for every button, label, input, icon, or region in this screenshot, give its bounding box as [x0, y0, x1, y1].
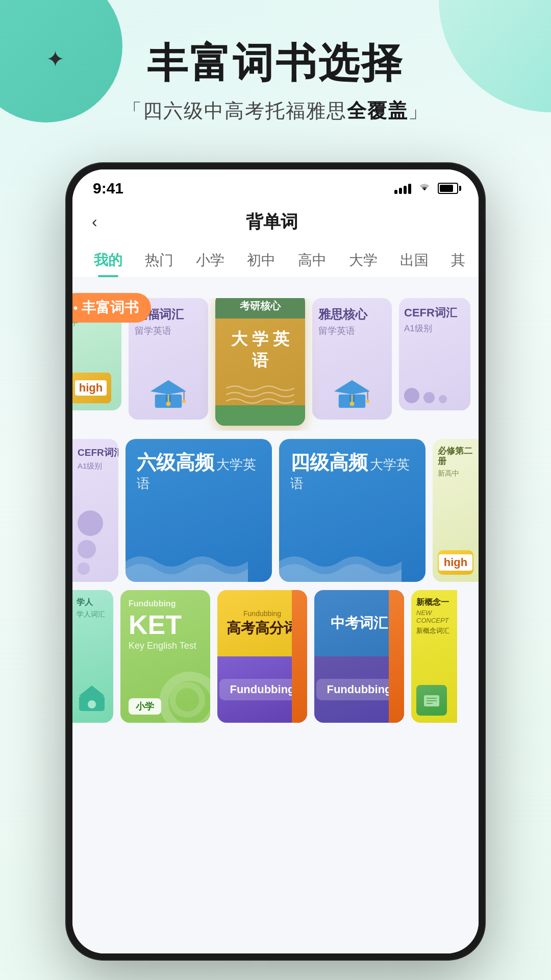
status-icons: [394, 181, 458, 195]
book-row-3-wrapper: 学人 学人词汇 Fundubbing KET: [72, 582, 479, 723]
label-bubble: 丰富词书: [72, 293, 151, 323]
gaokao-card[interactable]: Fundubbing 高考高分词 Fundubbing: [217, 590, 307, 723]
tab-primary[interactable]: 小学: [185, 243, 236, 277]
ket-brand: Fundubbing: [129, 599, 176, 608]
kaoyan-bottom-bar: [215, 405, 305, 426]
ket-decoration2: [169, 682, 205, 718]
xueren-icon: [77, 683, 109, 716]
tab-college[interactable]: 大学: [338, 243, 389, 277]
book-row-2-wrapper: CEFR词汇 A1级别 六级高频 大学英语: [72, 439, 479, 582]
gaokao-title: 高考高分词: [227, 620, 298, 637]
battery-icon: [438, 183, 458, 194]
subtitle: 「四六级中高考托福雅思全覆盖」: [0, 98, 551, 124]
ket-tag: 小学: [129, 698, 161, 715]
cefr-partial-title: CEFR词汇: [404, 305, 457, 321]
bixiu-right-title: 必修第二册: [438, 446, 473, 467]
tab-bar: 我的 热门 小学 初中 高中 大学 出国 其: [72, 243, 479, 278]
status-bar: 9:41: [72, 169, 479, 202]
siji-wave-icon: [279, 531, 402, 582]
ielts-card-title: 雅思核心: [318, 306, 386, 323]
ket-tag-label: 小学: [136, 701, 154, 712]
ket-subtitle: Key English Test: [129, 640, 202, 652]
svg-point-13: [366, 399, 369, 403]
toefl-card-subtitle: 留学英语: [135, 325, 202, 337]
xingainian-partial[interactable]: 新概念一 NEW CONCEPT 新概念词汇: [411, 590, 457, 723]
cefr-decoration: [404, 388, 447, 403]
xueren-partial[interactable]: 学人 学人词汇: [72, 590, 113, 723]
bixiu-right-subtitle: 新高中: [438, 469, 473, 478]
bixiu-right-partial[interactable]: 必修第二册 新高中 high: [433, 439, 479, 582]
gaokao-brand-top: Fundubbing: [243, 609, 281, 618]
tab-hot[interactable]: 热门: [134, 243, 185, 277]
toefl-grad-cap-icon: [145, 376, 191, 411]
high-board-right: high: [438, 550, 473, 575]
gaokao-stripe: [292, 590, 307, 723]
label-bubble-text: 丰富词书: [82, 298, 139, 317]
cefr-partial-subtitle: A1级别: [404, 323, 432, 334]
ielts-card[interactable]: 雅思核心 留学英语: [312, 298, 392, 420]
status-time: 9:41: [93, 180, 123, 197]
subtitle-prefix: 「四六级中高考托福雅思: [122, 100, 347, 121]
xingainian-icon: [416, 685, 447, 716]
siji-title: 四级高频: [290, 452, 368, 473]
cefr-left-partial[interactable]: CEFR词汇 A1级别: [72, 439, 118, 582]
tab-more[interactable]: 其: [440, 243, 477, 277]
phone-content: 修第二册 中 high 托福词汇 留学英语: [72, 278, 479, 953]
svg-point-4: [166, 402, 171, 406]
zhongkao-brand-label: Fundubbing: [327, 683, 391, 696]
header-section: 丰富词书选择 「四六级中高考托福雅思全覆盖」: [0, 41, 551, 124]
svg-marker-15: [79, 685, 105, 696]
blackboard-icon: high: [72, 373, 111, 403]
xueren-title: 学人: [77, 597, 109, 608]
phone-screen: 9:41: [72, 169, 479, 953]
liuji-title: 六级高频: [137, 452, 214, 473]
tab-abroad[interactable]: 出国: [389, 243, 440, 277]
subtitle-suffix: 」: [408, 100, 429, 121]
kaoyan-top-label: 考研核心: [240, 299, 281, 313]
kaoyan-top-bar: 考研核心: [215, 298, 305, 318]
tab-my[interactable]: 我的: [83, 243, 134, 277]
tab-middle[interactable]: 初中: [236, 243, 287, 277]
kaoyan-main-title: 大 学 英 语: [223, 329, 297, 371]
nav-bar: ‹ 背单词: [72, 202, 479, 243]
kaoyan-card[interactable]: 考研核心 大 学 英 语: [215, 298, 305, 426]
svg-point-6: [182, 399, 186, 403]
main-title: 丰富词书选择: [0, 41, 551, 86]
siji-card[interactable]: 四级高频 大学英语: [279, 439, 425, 582]
svg-point-11: [350, 402, 355, 406]
cefr-left-subtitle: A1级别: [78, 461, 113, 471]
xingainian-title: 新概念一: [416, 597, 452, 608]
ket-brand-row: Fundubbing: [129, 599, 202, 608]
ket-card[interactable]: Fundubbing KET Key English Test 小学: [120, 590, 210, 723]
cefr-left-decoration: [78, 510, 113, 575]
zhongkao-title: 中考词汇: [331, 614, 388, 633]
liuji-card[interactable]: 六级高频 大学英语: [126, 439, 272, 582]
xingainian-english: NEW CONCEPT: [416, 609, 452, 624]
ielts-grad-cap-icon: [329, 376, 375, 411]
gaokao-brand-label: Fundubbing: [230, 683, 294, 696]
wifi-icon: [417, 181, 432, 195]
xueren-subtitle: 学人词汇: [77, 610, 109, 619]
ielts-card-subtitle: 留学英语: [318, 325, 386, 337]
nav-title: 背单词: [102, 210, 443, 234]
signal-icon: [394, 183, 411, 194]
kaoyan-waves-icon: [222, 380, 298, 405]
tab-high[interactable]: 高中: [287, 243, 338, 277]
cefr-partial-card[interactable]: CEFR词汇 A1级别: [399, 298, 470, 410]
subtitle-highlight: 全覆盖: [347, 100, 408, 121]
xingainian-subtitle: 新概念词汇: [416, 626, 452, 635]
high-label-right: high: [439, 554, 472, 571]
cefr-left-title: CEFR词汇: [78, 446, 113, 459]
phone-mockup: 9:41: [66, 163, 485, 960]
liuji-wave-icon: [126, 531, 248, 582]
zhongkao-stripe: [389, 590, 404, 723]
svg-point-16: [88, 700, 96, 708]
zhongkao-card[interactable]: 中考词汇 Fundubbing: [314, 590, 404, 723]
ket-title: KET: [129, 611, 202, 638]
svg-marker-1: [151, 380, 186, 395]
back-button[interactable]: ‹: [88, 208, 102, 235]
svg-marker-8: [334, 380, 370, 395]
